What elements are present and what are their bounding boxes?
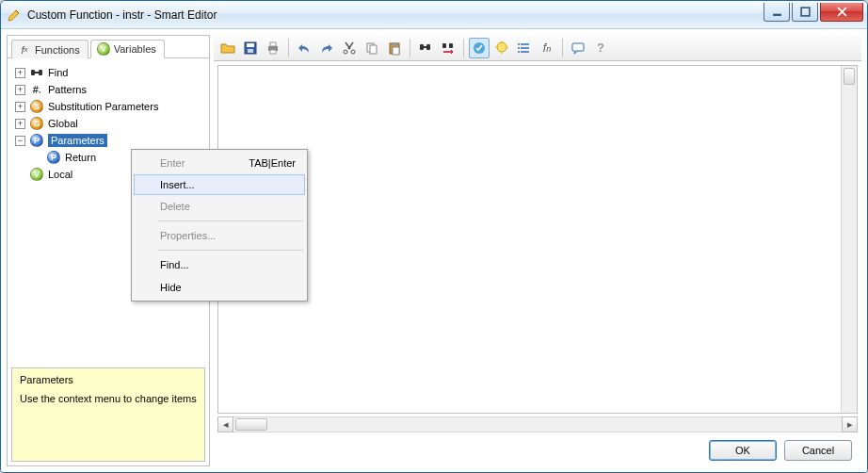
list-icon[interactable] [514,38,535,58]
undo-icon[interactable] [294,38,314,58]
tree-spacer [32,153,42,163]
vertical-scrollbar[interactable] [841,66,857,413]
find-icon[interactable] [415,38,436,58]
comment-icon[interactable] [568,38,588,58]
parameter-child-icon: P [46,150,61,165]
tree-spacer [15,170,25,180]
menu-label: Hide [160,282,182,293]
horizontal-scrollbar[interactable]: ◂ ▸ [217,416,858,432]
svg-rect-16 [392,42,397,45]
paste-icon[interactable] [384,38,405,58]
svg-point-26 [518,47,520,49]
parameters-icon: P [29,133,44,148]
menu-hide[interactable]: Hide [134,276,305,299]
context-menu[interactable]: Enter TAB|Enter Insert... Delete Propert… [131,149,308,302]
code-editor[interactable] [217,65,858,414]
menu-delete[interactable]: Delete [134,195,305,218]
menu-separator [158,220,303,221]
substitution-icon: S [29,99,44,114]
menu-label: Enter [160,157,185,169]
print-icon[interactable] [263,38,283,58]
tab-variables-label: Variables [114,43,156,55]
minimize-button[interactable] [764,3,790,22]
expand-icon[interactable]: + [15,85,25,95]
menu-properties[interactable]: Properties... [134,224,305,247]
tab-row: fx Functions V Variables [8,36,209,58]
svg-rect-1 [801,8,810,16]
editor-toolbar: fn ? [214,35,861,61]
tab-functions-label: Functions [35,44,80,56]
svg-rect-7 [248,49,253,53]
ok-label: OK [735,445,750,456]
svg-rect-3 [39,70,42,75]
right-pane: fn ? ◂ ▸ OK Cancel [214,35,861,466]
tree-node-patterns[interactable]: + #, Patterns [11,81,205,98]
tree-node-substitution[interactable]: + S Substitution Parameters [11,98,205,115]
menu-find[interactable]: Find... [134,253,305,276]
ok-button[interactable]: OK [709,440,777,461]
scroll-thumb[interactable] [235,418,267,431]
toolbar-separator [288,39,289,57]
tab-functions[interactable]: fx Functions [11,40,88,58]
copy-icon[interactable] [362,38,382,58]
help-icon[interactable]: ? [590,38,611,58]
svg-rect-21 [442,43,446,48]
svg-point-24 [497,42,506,52]
tab-variables[interactable]: V Variables [90,40,165,58]
svg-point-11 [344,50,347,54]
save-icon[interactable] [240,38,261,58]
svg-rect-4 [35,72,39,73]
menu-separator [158,250,303,251]
toolbar-separator [562,39,563,57]
hash-icon: #, [29,82,44,97]
cancel-label: Cancel [802,445,834,456]
validate-icon[interactable] [469,38,490,58]
menu-label: Insert... [160,179,195,190]
menu-insert[interactable]: Insert... [134,174,305,195]
find-replace-icon[interactable] [438,38,458,58]
scroll-right-button[interactable]: ▸ [842,416,858,432]
redo-icon[interactable] [316,38,337,58]
svg-rect-2 [31,70,35,75]
collapse-icon[interactable]: − [15,136,25,146]
svg-rect-20 [424,46,426,48]
tree-label: Global [48,118,78,129]
highlight-icon[interactable] [491,38,512,58]
tree-label: Patterns [48,84,87,95]
close-button[interactable] [820,3,863,22]
scroll-left-button[interactable]: ◂ [217,416,233,432]
maximize-button[interactable] [792,3,818,22]
svg-rect-28 [572,43,584,51]
open-icon[interactable] [217,38,238,58]
svg-rect-9 [270,42,276,46]
cut-icon[interactable] [339,38,360,58]
tree-label: Find [48,67,68,78]
tree-label: Parameters [48,134,107,147]
scroll-track[interactable] [233,416,842,432]
tree-node-find[interactable]: + Find [11,64,205,81]
binoculars-icon [29,65,44,80]
cancel-button[interactable]: Cancel [784,440,852,461]
menu-label: Find... [160,259,189,270]
menu-label: Properties... [160,230,216,241]
fx-icon[interactable]: fn [537,38,557,58]
tree-node-parameters[interactable]: − P Parameters [11,132,205,149]
tree-node-global[interactable]: + G Global [11,115,205,132]
window: Custom Function - instr - Smart Editor f… [0,0,868,473]
expand-icon[interactable]: + [15,119,25,129]
svg-rect-19 [426,44,430,50]
app-pencil-icon [7,8,22,23]
menu-shortcut: TAB|Enter [249,157,296,169]
toolbar-separator [410,39,410,57]
svg-rect-17 [393,47,399,55]
menu-label: Delete [160,201,190,212]
expand-icon[interactable]: + [15,102,25,112]
expand-icon[interactable]: + [15,68,25,78]
global-icon: G [29,116,44,131]
scroll-thumb[interactable] [844,68,855,85]
menu-enter[interactable]: Enter TAB|Enter [134,152,305,174]
titlebar[interactable]: Custom Function - instr - Smart Editor [1,1,867,29]
toolbar-separator [463,39,464,57]
tree-label: Local [48,169,72,180]
hint-body: Use the context menu to change items [20,393,197,404]
